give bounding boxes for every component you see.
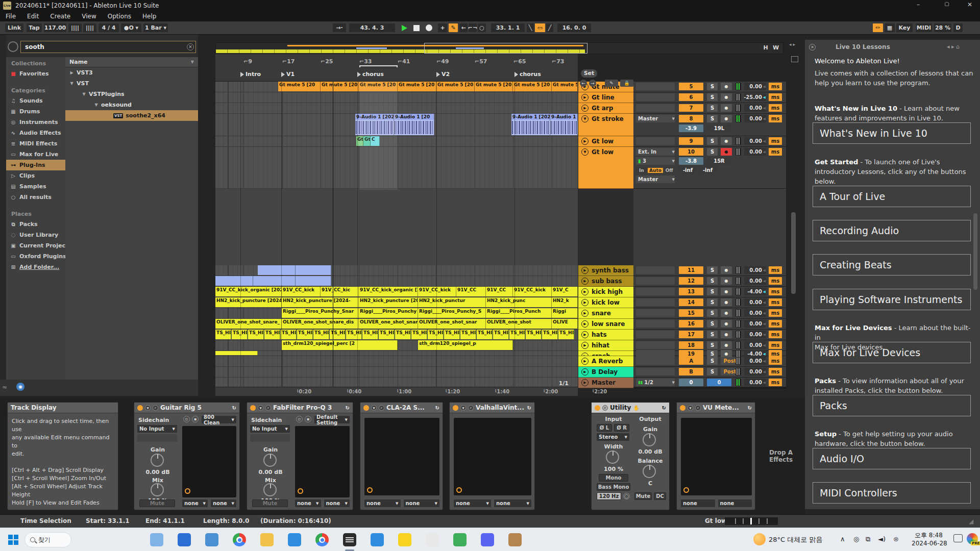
clip[interactable]: HN2_kick_punc: [486, 297, 552, 307]
clip[interactable]: HN2_kick_punctur: [418, 297, 486, 307]
clip[interactable]: Riggi: [552, 308, 578, 318]
taskbar-app-app-blue[interactable]: [178, 533, 191, 546]
inf-field[interactable]: -inf: [699, 166, 717, 174]
plugin-edit-circle[interactable]: [185, 488, 190, 494]
unfold-icon[interactable]: ▼: [581, 148, 589, 156]
macro-map-1[interactable]: none▼: [364, 499, 401, 507]
tap-tempo-button[interactable]: Tap: [27, 23, 42, 32]
io-box[interactable]: [636, 137, 675, 145]
track-header-synth-bass[interactable]: ▶synth bass: [578, 265, 633, 276]
clip[interactable]: Riggi____Piros_Punchy_Snar: [282, 308, 359, 318]
solo-button[interactable]: S: [707, 298, 718, 306]
taskbar-app-folder[interactable]: [260, 533, 274, 546]
track-number[interactable]: 12: [679, 277, 703, 285]
taskbar-app-widgets-photo[interactable]: [150, 533, 163, 546]
clip[interactable]: HN2_k: [552, 297, 578, 307]
plugin-edit-circle[interactable]: [298, 488, 303, 494]
arm-button[interactable]: ●: [721, 309, 732, 317]
device-fold-icon[interactable]: ▼: [258, 405, 263, 411]
clip[interactable]: TS_HIH: [379, 330, 395, 339]
inf-field[interactable]: -inf: [679, 166, 697, 174]
clip[interactable]: Gt mute 5 [20: [321, 82, 359, 91]
sidebar-item-favorites[interactable]: ■Favorites: [6, 68, 65, 79]
sidebar-item-instruments[interactable]: ◎Instruments: [6, 117, 65, 128]
solo-button[interactable]: S: [707, 277, 718, 285]
plugin-edit-circle[interactable]: [367, 487, 373, 493]
menu-file[interactable]: File: [0, 13, 21, 20]
sidebar-item-drums[interactable]: ▦Drums: [6, 106, 65, 117]
gain-knob[interactable]: [151, 454, 164, 467]
device-title-bar[interactable]: ▼⌕ValhallaVint...↻: [450, 403, 534, 413]
device-fold-icon[interactable]: ▼: [371, 405, 377, 411]
clip[interactable]: [296, 276, 331, 286]
taskbar-app-chrome[interactable]: [233, 533, 246, 546]
preset-selector[interactable]: 800 Clean▼: [202, 416, 236, 423]
set-locator-button[interactable]: Set: [581, 69, 597, 78]
fold-icon[interactable]: ▶: [581, 310, 589, 317]
tree-item-vst[interactable]: ▼VST: [65, 78, 198, 89]
lesson-button-midi-controllers[interactable]: MIDI Controllers: [813, 482, 971, 504]
solo-button[interactable]: S: [707, 104, 718, 112]
clip[interactable]: [253, 276, 296, 286]
clip[interactable]: TS_HIH: [411, 330, 427, 339]
device-title-bar[interactable]: ▼⌕VU Mete...↻: [677, 403, 755, 413]
solo-button[interactable]: S: [707, 137, 718, 145]
menu-help[interactable]: Help: [137, 13, 162, 20]
locator-flag[interactable]: chorus: [357, 71, 384, 78]
loop-switch-icon[interactable]: ○: [478, 23, 486, 32]
link-button[interactable]: Link: [5, 23, 23, 32]
clip[interactable]: TS_HIH: [330, 330, 346, 339]
plugin-edit-circle[interactable]: [456, 487, 462, 493]
macro-map-1[interactable]: none: [681, 499, 715, 507]
track-number[interactable]: 6: [679, 93, 703, 101]
plugin-edit-circle[interactable]: [683, 487, 689, 493]
track-header-Gt-low[interactable]: ▶Gt low: [578, 136, 633, 147]
clip[interactable]: [215, 351, 258, 355]
preset-save-icon[interactable]: ▪: [305, 416, 311, 422]
expanded-arrow-icon[interactable]: ▼: [94, 103, 99, 107]
track-delay-field[interactable]: 0.00◀: [744, 341, 766, 349]
track-delay-field[interactable]: -25.00◀: [744, 93, 766, 101]
track-header-crash[interactable]: ▶crash: [578, 351, 633, 356]
lesson-button-a-tour-of-live[interactable]: A Tour of Live: [813, 186, 971, 207]
menu-options[interactable]: Options: [102, 13, 137, 20]
io-selector[interactable]: Master▼: [636, 115, 675, 122]
clip[interactable]: 91V_CC_kick_organic [202: [359, 287, 418, 296]
loop-start-field[interactable]: 33. 1. 1: [491, 23, 525, 32]
device-drop-area[interactable]: Drop AEffects: [761, 402, 801, 510]
io-box[interactable]: [636, 83, 675, 90]
preset-selector[interactable]: Default Setting▼: [314, 416, 350, 423]
network-icon[interactable]: ⧉: [866, 535, 870, 543]
record-button[interactable]: [424, 23, 434, 32]
delay-unit[interactable]: ms: [769, 298, 782, 306]
sidebar-item-user-library[interactable]: ◌User Library: [6, 230, 65, 240]
quantize-out-icon[interactable]: ||||: [83, 23, 96, 32]
arm-button[interactable]: ●: [721, 320, 732, 328]
solo-button[interactable]: S: [707, 266, 718, 274]
delay-unit[interactable]: ms: [769, 320, 782, 328]
track-delay-field[interactable]: 0.00◀: [744, 298, 766, 306]
macro-map-2[interactable]: none▼: [494, 499, 531, 507]
delay-unit[interactable]: ms: [769, 137, 782, 145]
track-delay-field[interactable]: 0.00◀: [744, 266, 766, 274]
midi-map-button[interactable]: MIDI: [916, 23, 932, 32]
channel-mode-selector[interactable]: Stereo▼: [597, 433, 629, 441]
track-number[interactable]: 14: [679, 298, 703, 306]
mono-button[interactable]: Mono: [599, 474, 628, 482]
device-title-bar[interactable]: ⌕Utility✋↻: [592, 403, 669, 413]
macro-map-1[interactable]: none▼: [182, 499, 208, 507]
preset-folder-icon[interactable]: ▫: [183, 416, 190, 422]
solo-button[interactable]: S: [707, 83, 718, 90]
mute-button[interactable]: Mute: [634, 492, 652, 500]
headphone-icon[interactable]: ◯: [623, 493, 630, 499]
phase-left-button[interactable]: Ø L: [597, 424, 612, 432]
fold-icon[interactable]: ▶: [581, 288, 589, 295]
arm-button[interactable]: ●: [721, 341, 732, 349]
delay-unit[interactable]: ms: [769, 115, 782, 122]
clip-detail-icon[interactable]: [791, 56, 798, 62]
track-header-B-Delay[interactable]: ▶B Delay: [578, 367, 633, 378]
time-signature-field[interactable]: 4 / 4: [99, 23, 119, 32]
fold-icon[interactable]: ▶: [581, 278, 589, 285]
sidebar-item-audio-effects[interactable]: ∿Audio Effects: [6, 128, 65, 138]
sidebar-item-sounds[interactable]: ♫Sounds: [6, 95, 65, 106]
